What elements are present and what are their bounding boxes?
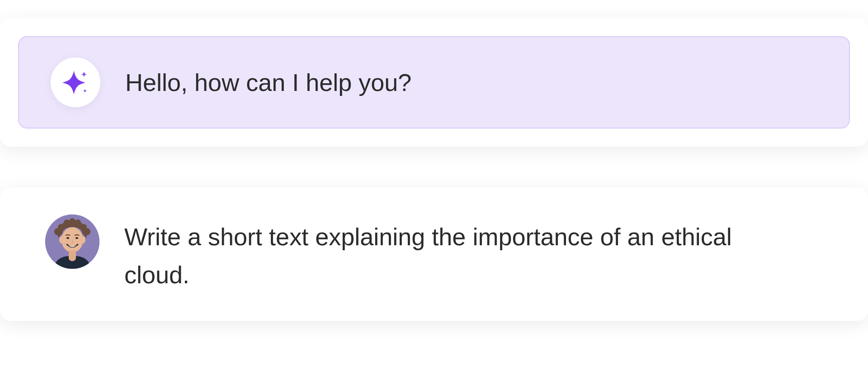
svg-point-7 (70, 218, 75, 224)
ai-icon-wrapper (51, 57, 100, 107)
avatar-person-icon (45, 214, 99, 269)
svg-point-4 (80, 224, 87, 230)
svg-point-12 (75, 237, 78, 239)
chat-container: Hello, how can I help you? (0, 0, 868, 339)
svg-point-6 (75, 219, 81, 226)
user-message-card: Write a short text explaining the import… (0, 187, 868, 321)
svg-point-11 (66, 237, 69, 239)
sparkle-icon (61, 68, 90, 97)
ai-message-block: Hello, how can I help you? (18, 36, 850, 129)
user-avatar (45, 214, 99, 269)
ai-message-card: Hello, how can I help you? (0, 18, 868, 147)
user-message-text: Write a short text explaining the import… (124, 214, 771, 294)
svg-point-10 (81, 236, 85, 243)
svg-point-5 (64, 219, 70, 226)
svg-point-3 (58, 224, 64, 230)
svg-point-9 (59, 236, 64, 243)
ai-message-text: Hello, how can I help you? (125, 67, 411, 98)
